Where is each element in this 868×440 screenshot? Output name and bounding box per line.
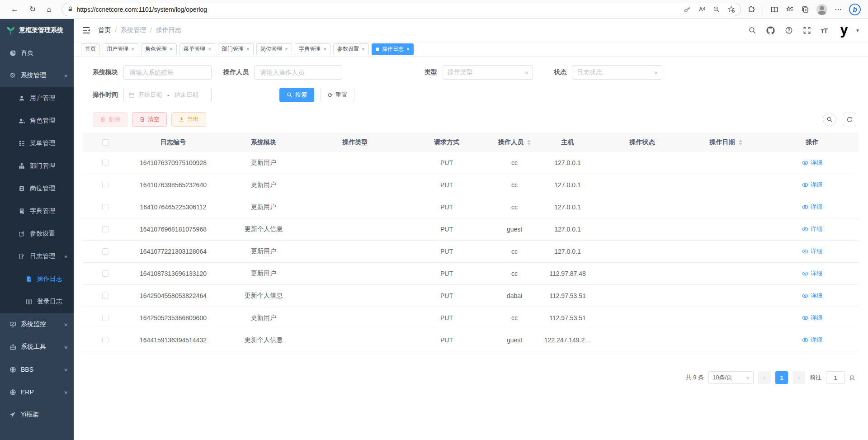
row-checkbox[interactable] [102,160,108,166]
delete-button[interactable]: 删除 [93,112,127,127]
operator-input[interactable] [254,65,342,80]
zoom-out-icon[interactable] [713,6,720,13]
row-checkbox[interactable] [102,337,108,343]
refresh-icon[interactable]: ↻ [29,5,36,13]
row-checkbox[interactable] [102,248,108,255]
sidebar-item-operation-log[interactable]: 操作日志 [0,268,74,290]
breadcrumb-system[interactable]: 系统管理 [121,26,146,34]
row-checkbox[interactable] [102,270,108,277]
help-icon[interactable] [785,26,793,34]
tab-dict-mgmt[interactable]: 字典管理× [295,43,330,55]
password-key-icon[interactable] [684,6,691,13]
browser-menu-icon[interactable]: ⋯ [835,6,842,13]
favorite-add-icon[interactable] [727,5,735,13]
search-button[interactable]: 搜索 [279,88,314,102]
user-avatar-logo[interactable]: y [837,24,851,37]
sidebar-item-departments[interactable]: 部门管理 [0,155,74,177]
fullscreen-icon[interactable] [803,26,811,34]
breadcrumb-home[interactable]: 首页 [98,26,111,34]
row-checkbox[interactable] [102,293,108,299]
tab-role-mgmt[interactable]: 角色管理× [141,43,177,55]
close-icon[interactable]: × [170,46,173,52]
row-checkbox[interactable] [102,204,108,210]
app-logo[interactable]: 意框架管理系统 [0,19,74,42]
page-size-select[interactable]: 10条/页 ∨ [708,371,754,384]
clear-button[interactable]: 清空 [132,112,167,127]
sort-toggle[interactable] [527,140,531,145]
next-page-button[interactable]: › [793,371,805,384]
detail-link[interactable]: 详细 [802,314,822,322]
detail-link[interactable]: 详细 [802,292,822,300]
status-select[interactable]: 日志状态 ∨ [572,65,662,80]
row-checkbox[interactable] [102,315,108,321]
favorites-bar-icon[interactable] [786,5,794,14]
export-button[interactable]: 导出 [171,112,206,127]
close-icon[interactable]: × [208,46,211,52]
split-screen-icon[interactable] [770,5,778,14]
reset-button[interactable]: ⟳ 重置 [321,88,354,102]
sidebar-item-tools[interactable]: BBS 系统工具 ∨ [0,336,74,358]
close-icon[interactable]: × [285,46,288,52]
date-range-picker[interactable]: 开始日期 - 结束日期 [123,88,212,102]
home-icon[interactable]: ⌂ [47,5,51,13]
tab-post-mgmt[interactable]: 岗位管理× [256,43,292,55]
refresh-table-button[interactable] [843,113,856,126]
detail-link[interactable]: 详细 [802,270,822,278]
detail-link[interactable]: 详细 [802,181,822,189]
close-icon[interactable]: × [406,46,410,52]
back-icon[interactable]: ← [11,5,19,13]
sidebar-item-dict[interactable]: 字典管理 [0,200,74,222]
close-icon[interactable]: × [323,46,326,52]
prev-page-button[interactable]: ‹ [758,371,771,384]
collections-icon[interactable] [801,5,809,14]
sidebar-item-log-management[interactable]: 日志管理 ∧ [0,245,74,268]
tab-dept-mgmt[interactable]: 部门管理× [218,43,254,55]
browser-profile-avatar[interactable] [816,4,827,15]
url-text: https://ccnetcore.com:1101/system/log/op… [77,6,207,13]
sidebar-item-login-log[interactable]: 登录日志 [0,290,74,313]
toggle-search-button[interactable] [823,113,836,126]
tab-user-mgmt[interactable]: 用户管理× [103,43,138,55]
row-checkbox[interactable] [102,182,108,188]
bing-chat-icon[interactable]: b [849,4,861,15]
sidebar-item-yi-framework[interactable]: Yi框架 [0,403,74,426]
sort-toggle[interactable] [739,140,742,145]
sidebar-fold-icon[interactable] [82,26,91,35]
extensions-icon[interactable] [747,5,755,14]
font-size-icon[interactable]: ᴛT [821,27,828,34]
sidebar-item-monitor[interactable]: 系统监控 ∨ [0,313,74,336]
tab-menu-mgmt[interactable]: 菜单管理× [179,43,215,55]
row-checkbox[interactable] [102,226,108,232]
goto-page-input[interactable] [826,371,845,384]
close-icon[interactable]: × [131,46,134,52]
select-all-checkbox[interactable] [102,139,108,146]
sidebar-item-params[interactable]: 参数设置 [0,222,74,245]
read-aloud-icon[interactable] [698,5,706,13]
module-input[interactable] [123,65,212,80]
sidebar-item-bbs[interactable]: BBS ∨ [0,358,74,381]
page-button-1[interactable]: 1 [775,371,788,384]
sidebar-item-system[interactable]: ⚙ 系统管理 ∧ [0,64,74,87]
sidebar-item-roles[interactable]: 角色管理 [0,109,74,132]
sidebar-item-users[interactable]: 用户管理 [0,87,74,109]
detail-link[interactable]: 详细 [802,203,822,211]
sidebar-item-menus[interactable]: 菜单管理 [0,132,74,155]
sidebar-item-home[interactable]: 首页 [0,42,74,64]
detail-link[interactable]: 详细 [802,159,822,167]
close-icon[interactable]: × [246,46,250,52]
type-select[interactable]: 操作类型 ∨ [443,65,533,80]
detail-link[interactable]: 详细 [802,336,822,344]
detail-link[interactable]: 详细 [802,225,822,233]
tab-param-settings[interactable]: 参数设置× [333,43,369,55]
close-icon[interactable]: × [362,46,365,52]
github-icon[interactable] [766,26,775,35]
detail-link[interactable]: 详细 [802,247,822,255]
user-menu-caret-icon[interactable]: ▼ [855,28,860,33]
search-icon[interactable] [748,26,756,34]
address-bar[interactable]: https://ccnetcore.com:1101/system/log/op… [61,3,741,16]
sidebar-item-erp[interactable]: ERP ∨ [0,381,74,403]
sidebar-item-posts[interactable]: 岗位管理 [0,177,74,200]
tab-home[interactable]: 首页 [81,43,100,55]
table-row: 1641076465225306112 更新用户 PUT cc 127.0.0.… [83,196,859,218]
tab-operation-log[interactable]: 操作日志× [372,43,414,55]
